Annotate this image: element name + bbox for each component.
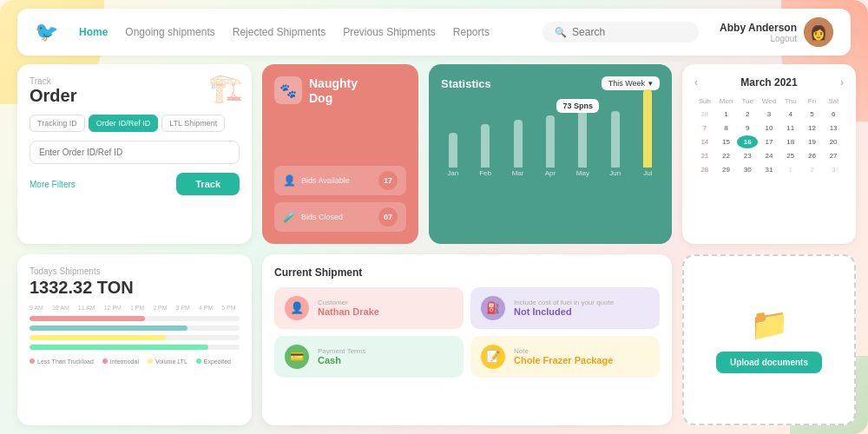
nav-reports[interactable]: Reports [453,26,490,38]
more-filters-link[interactable]: More Filters [30,180,76,189]
legend-dot [148,358,153,364]
cal-day[interactable]: 22 [716,149,737,162]
cal-day[interactable]: 29 [716,163,737,176]
cal-day[interactable]: 15 [716,135,737,148]
legend-item: Volume LTL [148,358,187,365]
cal-prev-button[interactable]: ‹ [694,76,698,89]
cal-day[interactable]: 13 [823,122,844,135]
chart-bar [514,120,523,168]
cal-day[interactable]: 19 [802,135,823,148]
cs-item-value: Not Included [514,306,614,317]
user-section: Abby Anderson Logout 👩 [720,17,833,47]
cal-day[interactable]: 12 [802,122,823,135]
cal-grid: SunMonTueWedThuFriSat2812345678910111213… [694,95,844,176]
tab-tracking-id[interactable]: Tracking ID [30,115,85,132]
cs-item-value: Cash [318,355,365,365]
track-tabs: Tracking ID Order ID/Ref ID LTL Shipment [30,115,240,132]
upload-button[interactable]: Upload documents [716,352,822,373]
track-order-card: 🏗️ Track Order Tracking ID Order ID/Ref … [17,64,252,244]
track-button[interactable]: Track [176,173,240,195]
cs-item-label: Payment Terms [318,347,365,355]
chart-month-label: May [576,169,589,177]
cal-day[interactable]: 2 [802,163,823,176]
tab-ltl[interactable]: LTL Shipment [161,115,225,132]
nav-ongoing[interactable]: Ongoing shipments [125,26,214,38]
search-input[interactable] [572,26,687,38]
cal-day[interactable]: 4 [780,108,801,121]
cal-day[interactable]: 5 [802,108,823,121]
cs-grid: 👤CustomerNathan Drake⛽Include cost of fu… [274,287,660,378]
cs-item-info: Payment TermsCash [318,347,365,365]
nav-rejected[interactable]: Rejected Shipments [233,26,326,38]
cal-day[interactable]: 7 [694,122,715,135]
cal-day[interactable]: 28 [694,108,715,121]
cal-day[interactable]: 28 [694,163,715,176]
cal-day[interactable]: 20 [823,135,844,148]
time-label: 11 AM [78,305,95,311]
chart-bar [643,89,652,168]
chart-bar [449,133,457,168]
legend-dot [30,358,35,364]
todays-shipments-card: Todays Shipments 1332.32 TON 9 AM10 AM11… [17,254,252,426]
time-label: 10 AM [52,305,69,311]
cal-day[interactable]: 25 [780,149,801,162]
cs-item-label: Customer [318,299,379,306]
cal-day[interactable]: 11 [780,122,801,135]
bids-available-stat: 👤 Bids Available 17 [274,166,406,195]
cal-title: March 2021 [740,76,797,89]
cs-item-value: Nathan Drake [318,306,379,317]
cal-day-name: Mon [716,95,737,107]
cs-item-icon: 📝 [481,345,505,369]
cal-day[interactable]: 27 [823,149,844,162]
logout-link[interactable]: Logout [720,34,797,43]
cal-next-button[interactable]: › [840,76,844,89]
cal-day[interactable]: 6 [823,108,844,121]
cs-item-info: Include cost of fuel in your quoteNot In… [514,299,614,317]
bids-closed-value: 07 [378,207,398,227]
legend-label: Expedited [204,358,231,365]
cs-item-info: CustomerNathan Drake [318,299,379,317]
stats-week-button[interactable]: This Week ▾ [602,76,660,90]
track-input[interactable] [30,141,240,164]
cal-day[interactable]: 21 [694,149,715,162]
search-bar[interactable]: 🔍 [542,22,699,43]
bids-closed-icon: 🧪 [283,211,296,223]
cal-day[interactable]: 10 [759,122,779,135]
cal-day[interactable]: 8 [716,122,737,135]
cal-day[interactable]: 30 [737,163,758,176]
chart-bar-group: May [571,102,595,177]
cal-day[interactable]: 16 [737,135,758,148]
legend-item: Intermodal [102,358,139,365]
nav-previous[interactable]: Previous Shipments [343,26,436,38]
cal-day[interactable]: 9 [737,122,758,135]
cs-item-value: Chole Frazer Package [514,355,613,365]
cal-day-name: Thu [780,95,801,107]
time-label: 1 PM [130,305,144,311]
bids-available-label: 👤 Bids Available [283,174,350,187]
cal-day[interactable]: 1 [780,163,801,176]
cal-day[interactable]: 18 [780,135,801,148]
cal-day[interactable]: 23 [737,149,758,162]
cal-day[interactable]: 1 [716,108,737,121]
logo-icon: 🐦 [35,21,58,43]
cal-day[interactable]: 3 [759,108,779,121]
cal-day[interactable]: 24 [759,149,779,162]
cal-day[interactable]: 14 [694,135,715,148]
chart-month-label: Apr [545,169,556,177]
chart-bar-group: Jun [603,111,627,177]
tab-order-id[interactable]: Order ID/Ref ID [89,115,159,132]
cs-item-info: NoteChole Frazer Package [514,347,613,365]
cal-day[interactable]: 17 [759,135,779,148]
cal-day[interactable]: 26 [802,149,823,162]
legend-dot [102,358,108,364]
naughty-dog-icon: 🐾 [274,76,302,104]
stats-header: Statistics This Week ▾ [441,76,660,90]
cal-day[interactable]: 31 [759,163,779,176]
cal-day[interactable]: 3 [823,163,844,176]
cal-day[interactable]: 2 [737,108,758,121]
naughty-dog-title: NaughtyDog [309,76,358,106]
chart-bar-group: Jul [636,89,660,177]
shipments-label: Todays Shipments [30,266,240,276]
nav-home[interactable]: Home [79,26,108,38]
legend-label: Volume LTL [155,358,187,365]
